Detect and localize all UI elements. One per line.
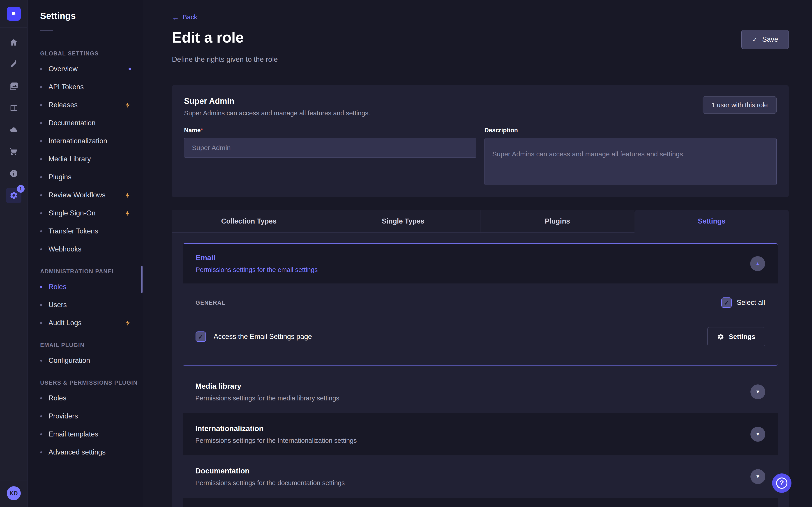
section-title: Internationalization: [195, 424, 357, 433]
sidebar-item-roles-up[interactable]: Roles: [40, 389, 143, 407]
help-button[interactable]: ?: [772, 473, 792, 493]
sidebar-item-providers[interactable]: Providers: [40, 407, 143, 425]
bullet-icon: [40, 451, 42, 453]
cloud-icon[interactable]: [0, 119, 28, 140]
section-label: ADMINISTRATION PANEL: [40, 268, 143, 275]
select-all-checkbox[interactable]: ✓: [721, 297, 732, 308]
settings-notification-badge: 1: [17, 185, 24, 193]
content-writer-icon[interactable]: [0, 53, 28, 75]
home-icon[interactable]: [0, 31, 28, 53]
media-library-accordion-header[interactable]: Media library Permissions settings for t…: [183, 371, 778, 413]
page-subtitle: Define the rights given to the role: [172, 55, 789, 64]
expand-chevron-down-icon[interactable]: ▼: [750, 427, 765, 442]
marketplace-cart-icon[interactable]: [0, 140, 28, 163]
sidebar-item-advanced-settings[interactable]: Advanced settings: [40, 443, 143, 461]
information-icon[interactable]: [0, 163, 28, 184]
bullet-icon: [40, 122, 42, 124]
bullet-icon: [40, 415, 42, 417]
email-accordion-body: GENERAL ✓ Select all ✓ Access the Email …: [183, 283, 778, 365]
sidebar-item-api-tokens[interactable]: API Tokens: [40, 78, 143, 96]
sidebar-item-transfer-tokens[interactable]: Transfer Tokens: [40, 222, 143, 240]
email-settings-button[interactable]: Settings: [707, 327, 765, 346]
bullet-icon: [40, 304, 42, 306]
tab-settings[interactable]: Settings: [635, 210, 789, 233]
sidebar-item-review-workflows[interactable]: Review Workflows: [40, 186, 143, 204]
bullet-icon: [40, 433, 42, 435]
logo-section: [0, 0, 27, 28]
description-field[interactable]: Super Admins can access and manage all f…: [485, 138, 777, 185]
bullet-icon: [40, 286, 42, 288]
sidebar-item-plugins[interactable]: Plugins: [40, 168, 143, 186]
bullet-icon: [40, 248, 42, 250]
lightning-icon: [124, 102, 131, 108]
tab-collection-types[interactable]: Collection Types: [172, 210, 326, 233]
internationalization-accordion-header[interactable]: Internationalization Permissions setting…: [183, 413, 778, 455]
bullet-icon: [40, 212, 42, 214]
sidebar-item-single-sign-on[interactable]: Single Sign-On: [40, 204, 143, 222]
settings-active-pill: 1: [6, 188, 21, 203]
general-group-label: GENERAL: [196, 299, 225, 306]
strapi-logo: [7, 7, 21, 21]
section-subtitle: Permissions settings for the documentati…: [195, 479, 345, 487]
save-button[interactable]: ✓ Save: [742, 30, 789, 49]
email-accordion-header[interactable]: Email Permissions settings for the email…: [183, 243, 778, 283]
section-label: EMAIL PLUGIN: [40, 342, 143, 348]
back-arrow-icon: ←: [172, 14, 179, 21]
collapse-chevron-up-icon[interactable]: ▲: [750, 256, 765, 271]
media-library-icon[interactable]: [0, 75, 28, 97]
bullet-icon: [40, 104, 42, 106]
section-subtitle: Permissions settings for the Internation…: [195, 437, 357, 444]
expand-chevron-down-icon[interactable]: ▼: [750, 384, 765, 399]
section-title: Documentation: [195, 467, 345, 475]
page-title: Edit a role: [172, 30, 244, 45]
bullet-icon: [40, 397, 42, 399]
content-manager-icon[interactable]: [0, 97, 28, 119]
bullet-icon: [40, 86, 42, 88]
sidebar-item-email-templates[interactable]: Email templates: [40, 425, 143, 443]
subnav-title: Settings: [40, 11, 143, 21]
section-email-plugin: EMAIL PLUGIN Configuration: [40, 342, 143, 370]
sidebar-item-documentation[interactable]: Documentation: [40, 114, 143, 132]
sidebar-item-configuration[interactable]: Configuration: [40, 351, 143, 370]
sidebar-item-releases[interactable]: Releases: [40, 96, 143, 114]
section-label: GLOBAL SETTINGS: [40, 50, 143, 57]
role-description-text: Super Admins can access and manage all f…: [184, 110, 370, 117]
app-root: 1 KD Settings GLOBAL SETTINGS Overview A: [0, 0, 812, 507]
lightning-icon: [124, 210, 131, 217]
settings-subnav: Settings GLOBAL SETTINGS Overview API To…: [28, 0, 143, 507]
tab-single-types[interactable]: Single Types: [326, 210, 480, 233]
section-users-permissions-plugin: USERS & PERMISSIONS PLUGIN Roles Provide…: [40, 380, 143, 461]
permissions-tabs-wrap: Collection Types Single Types Plugins Se…: [172, 210, 789, 507]
settings-gear-icon[interactable]: 1: [0, 184, 28, 206]
subnav-title-divider: [40, 31, 53, 31]
access-email-settings-checkbox[interactable]: ✓: [196, 332, 206, 342]
back-label: Back: [183, 13, 197, 21]
bullet-icon: [40, 140, 42, 142]
subnav-scrollbar[interactable]: [141, 266, 143, 293]
name-label: Name: [184, 127, 201, 133]
expand-chevron-down-icon[interactable]: ▼: [750, 469, 765, 484]
sidebar-item-media-library[interactable]: Media Library: [40, 150, 143, 168]
name-field[interactable]: [184, 138, 476, 158]
sidebar-item-audit-logs[interactable]: Audit Logs: [40, 314, 143, 332]
main-content: ← Back Edit a role ✓ Save Define the rig…: [143, 0, 812, 507]
notification-dot-icon: [129, 68, 131, 70]
documentation-accordion-header[interactable]: Documentation Permissions settings for t…: [183, 455, 778, 498]
sidebar-item-users[interactable]: Users: [40, 296, 143, 314]
tab-bar: Collection Types Single Types Plugins Se…: [172, 210, 789, 233]
back-link[interactable]: ← Back: [172, 13, 197, 21]
users-with-role-button[interactable]: 1 user with this role: [703, 97, 776, 114]
sidebar-item-webhooks[interactable]: Webhooks: [40, 240, 143, 258]
tab-plugins[interactable]: Plugins: [480, 210, 635, 233]
bullet-icon: [40, 360, 42, 362]
bullet-icon: [40, 194, 42, 196]
sidebar-item-overview[interactable]: Overview: [40, 60, 143, 78]
bullet-icon: [40, 158, 42, 160]
plugins-marketplace-accordion-header[interactable]: Plugins and marketplace ▼: [183, 498, 778, 507]
access-email-settings-label: Access the Email Settings page: [214, 333, 312, 341]
sidebar-item-internationalization[interactable]: Internationalization: [40, 132, 143, 150]
bullet-icon: [40, 322, 42, 324]
avatar[interactable]: KD: [7, 486, 21, 500]
lightning-icon: [124, 320, 131, 326]
sidebar-item-roles-admin[interactable]: Roles: [40, 278, 143, 296]
